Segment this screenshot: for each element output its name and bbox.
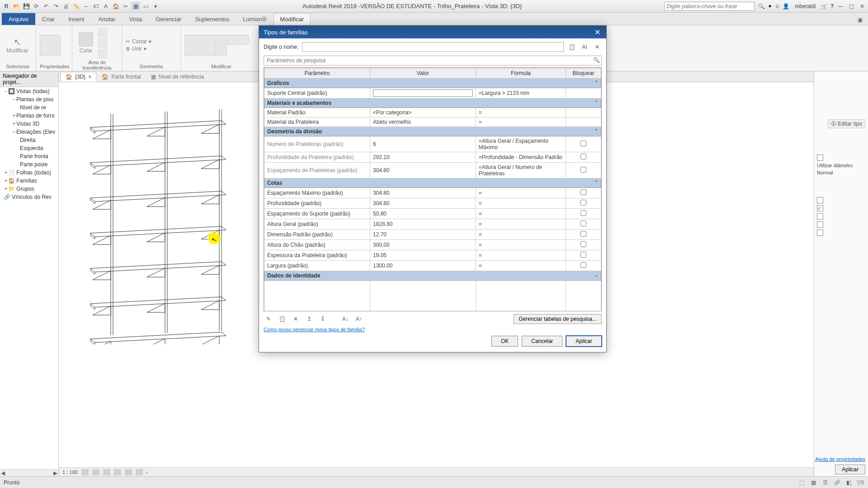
redo-icon[interactable]: ↷ xyxy=(52,2,61,11)
sun-path-icon[interactable] xyxy=(103,469,110,475)
param-row[interactable]: Numero de Prateleiras (padrão)6=Altura G… xyxy=(264,136,601,152)
param-row[interactable]: Espaçamento Máximo (padrão)304.80= xyxy=(264,188,601,198)
copy-icon[interactable] xyxy=(98,38,108,48)
rename-type-icon[interactable]: AI xyxy=(580,42,589,52)
param-row[interactable]: Altura do Chão (padrão)300.00= xyxy=(264,240,601,250)
comm-icon[interactable]: ✦ xyxy=(768,3,772,9)
match-icon[interactable] xyxy=(98,49,108,59)
sort-asc-icon[interactable]: A↓ xyxy=(340,314,350,324)
dialog-close-button[interactable]: ✕ xyxy=(593,28,602,37)
measure-icon[interactable]: 📏 xyxy=(71,2,80,11)
param-row[interactable]: Profundidade da Prateleira (padrão)292.1… xyxy=(264,152,601,163)
keyword-search-input[interactable] xyxy=(664,2,755,11)
group-geom[interactable]: Geometria da divisão⌃ xyxy=(264,127,601,136)
apply-button[interactable]: Aplicar xyxy=(566,336,602,347)
param-row[interactable]: Espaçamento de Prateleiras (padrão)304.8… xyxy=(264,163,601,178)
dialog-titlebar[interactable]: Tipos de famílias ✕ xyxy=(259,26,606,38)
checkbox[interactable]: ✓ xyxy=(817,205,823,211)
param-row[interactable]: Profundidade (padrão)304.80= xyxy=(264,198,601,209)
tree-item[interactable]: −Elevações (Elev xyxy=(4,128,58,136)
minimize-button[interactable]: — xyxy=(836,2,844,10)
checkbox[interactable] xyxy=(817,213,823,220)
maximize-button[interactable]: ▢ xyxy=(847,2,855,10)
tree-item[interactable]: −🔲 Vistas (todas) xyxy=(4,87,58,95)
delete-param-icon[interactable]: ✕ xyxy=(291,314,301,324)
group-cotas[interactable]: Cotas⌃ xyxy=(264,178,601,188)
sb-icon[interactable]: ☰ xyxy=(821,479,829,486)
tree-item[interactable]: −Plantas de piso xyxy=(4,95,58,103)
mod-icon[interactable] xyxy=(206,35,216,45)
browser-scrollbar[interactable]: ◀▶ xyxy=(0,469,58,476)
lock-checkbox[interactable] xyxy=(580,231,586,237)
col-parametro[interactable]: Parâmetro xyxy=(264,68,370,79)
search-icon[interactable]: 🔍 xyxy=(593,57,600,63)
lock-checkbox[interactable] xyxy=(580,154,586,160)
mod-icon[interactable] xyxy=(195,35,205,45)
properties-help-link[interactable]: Ajuda de propriedades xyxy=(815,456,865,462)
revit-logo-icon[interactable]: R xyxy=(2,2,11,11)
user-name[interactable]: mberaldi xyxy=(795,3,816,9)
tree-item[interactable]: +🏠 Famílias xyxy=(4,177,58,185)
tab-suplementos[interactable]: Suplementos xyxy=(188,13,236,25)
ok-button[interactable]: OK xyxy=(491,336,518,347)
favorite-icon[interactable]: ☆ xyxy=(775,3,780,9)
lock-checkbox[interactable] xyxy=(580,189,586,195)
moveup-icon[interactable]: ↥ xyxy=(304,314,314,324)
undo-icon[interactable]: ↶ xyxy=(42,2,51,11)
save-icon[interactable]: 💾 xyxy=(22,2,31,11)
mod-icon[interactable] xyxy=(239,35,249,45)
tab-inserir[interactable]: Inserir xyxy=(61,13,91,25)
mod-icon[interactable] xyxy=(217,46,227,56)
paste-button[interactable]: Colar xyxy=(76,30,96,56)
mod-icon[interactable] xyxy=(228,35,238,45)
param-row[interactable]: Dimensão Padrão (padrão)12.70= xyxy=(264,230,601,240)
sb-icon[interactable]: 🔗 xyxy=(833,479,841,486)
tab-anotar[interactable]: Anotar xyxy=(91,13,122,25)
edit-type-button[interactable]: 🛈 Editar tipo xyxy=(828,119,865,128)
param-row[interactable]: Espaçamento do Suporte (padrão)50.80= xyxy=(264,209,601,219)
text-icon[interactable]: A xyxy=(101,2,110,11)
lock-checkbox[interactable] xyxy=(580,210,586,216)
sb-icon[interactable]: ▦ xyxy=(809,479,817,486)
modify-button[interactable]: ↖Modificar xyxy=(4,35,31,56)
lock-checkbox[interactable] xyxy=(580,200,586,206)
cancel-button[interactable]: Cancelar xyxy=(522,336,562,347)
tree-item[interactable]: Direita xyxy=(4,136,58,144)
view-tab-3d[interactable]: 🏠 {3D}× xyxy=(61,72,96,82)
param-row[interactable]: Material da PrateleiraAbeto vermelho= xyxy=(264,117,601,127)
crop-icon[interactable] xyxy=(125,469,132,475)
value-input[interactable] xyxy=(373,89,473,97)
switch-windows-icon[interactable]: ▾ xyxy=(151,2,160,11)
scale-label[interactable]: 1 : 100 xyxy=(62,469,78,475)
lock-checkbox[interactable] xyxy=(580,252,586,258)
close-icon[interactable]: × xyxy=(88,74,91,80)
view-tab-front[interactable]: 🏠 Parte frontal xyxy=(97,72,145,81)
detail-level-icon[interactable] xyxy=(81,469,89,475)
visual-style-icon[interactable] xyxy=(92,469,99,475)
hide-icon[interactable] xyxy=(136,469,143,475)
cut-icon[interactable] xyxy=(98,27,108,37)
help-icon[interactable]: ? xyxy=(830,3,834,9)
lookup-tables-button[interactable]: Gerenciar tabelas de pesquisa... xyxy=(514,314,602,324)
mod-icon[interactable] xyxy=(184,35,194,45)
tab-lumion[interactable]: Lumion® xyxy=(236,13,273,25)
tree-item[interactable]: +Plantas de forro xyxy=(4,112,58,120)
join-geom-button[interactable]: ⊕ Unir ▾ xyxy=(126,46,151,52)
section-icon[interactable]: ✂ xyxy=(121,2,130,11)
view-tab-level[interactable]: ▦ Nível de referência xyxy=(146,72,209,81)
lock-checkbox[interactable] xyxy=(580,241,586,247)
prop-icon-4[interactable] xyxy=(51,46,61,56)
lock-checkbox[interactable] xyxy=(580,167,586,173)
tree-item[interactable]: Esquerda xyxy=(4,144,58,152)
sb-filter-icon[interactable]: ▽0 xyxy=(856,479,864,486)
sb-icon[interactable]: ◧ xyxy=(844,479,853,486)
mod-icon[interactable] xyxy=(184,46,194,56)
col-bloquear[interactable]: Bloquear xyxy=(566,68,601,79)
checkbox[interactable] xyxy=(817,230,823,236)
group-identidade[interactable]: Dados de identidade⌄ xyxy=(264,271,601,281)
tab-gerenciar[interactable]: Gerenciar xyxy=(149,13,188,25)
prop-icon-3[interactable] xyxy=(40,46,50,56)
help-link[interactable]: Como posso gerenciar meus tipos de famíl… xyxy=(264,327,365,332)
close-hidden-icon[interactable]: ▭ xyxy=(141,2,150,11)
group-graficos[interactable]: Gráficos⌃ xyxy=(264,79,601,88)
